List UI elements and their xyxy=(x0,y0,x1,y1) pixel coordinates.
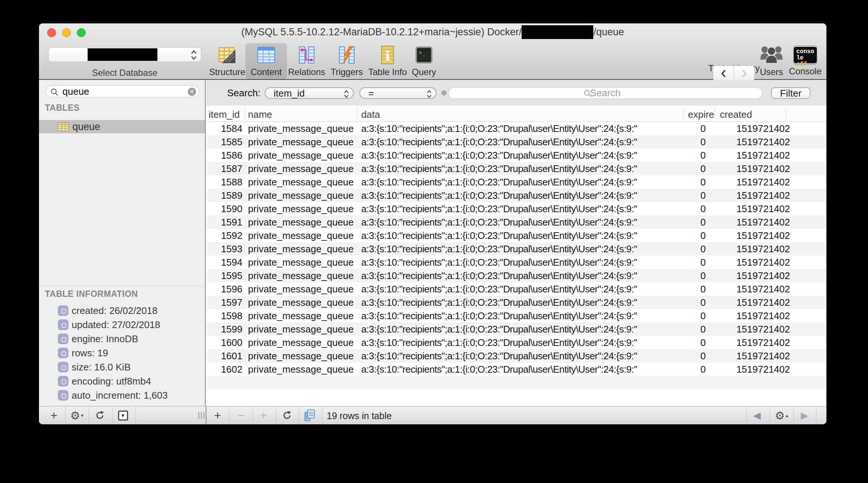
table-row[interactable]: 1601private_message_queuea:3:{s:10:"reci… xyxy=(206,349,826,363)
duplicate-row-button[interactable]: + xyxy=(255,406,272,424)
table-info-item-text: engine: InnoDB xyxy=(72,333,138,345)
next-page-button[interactable]: ▶ xyxy=(796,406,813,424)
sidebar-item-queue[interactable]: queue xyxy=(39,120,205,133)
table-history-segmented-control xyxy=(713,65,755,81)
column-divider[interactable] xyxy=(357,108,357,119)
statusbar-separator xyxy=(322,406,322,424)
column-divider[interactable] xyxy=(683,108,683,119)
cell-data: a:3:{s:10:"recipients";a:1:{i:0;O:23:"Dr… xyxy=(361,150,682,161)
table-filter-input[interactable] xyxy=(62,86,177,97)
info-badge-icon xyxy=(58,320,68,330)
table-row[interactable]: 1600private_message_queuea:3:{s:10:"reci… xyxy=(206,336,826,349)
table-row[interactable]: 1587private_message_queuea:3:{s:10:"reci… xyxy=(206,162,826,175)
tab-query[interactable]: >_ Query xyxy=(403,43,445,80)
zoom-button[interactable] xyxy=(77,28,86,37)
refresh-tables-button[interactable] xyxy=(90,406,110,424)
table-row[interactable]: 1596private_message_queuea:3:{s:10:"reci… xyxy=(206,282,826,296)
table-row[interactable]: 1594private_message_queuea:3:{s:10:"reci… xyxy=(206,256,826,269)
tab-content[interactable]: Content xyxy=(245,43,287,80)
table-information-header: TABLE INFORMATION xyxy=(45,289,138,299)
cell-data: a:3:{s:10:"recipients";a:1:{i:0;O:23:"Dr… xyxy=(361,136,682,148)
table-row[interactable]: 1588private_message_queuea:3:{s:10:"reci… xyxy=(206,175,826,189)
minimize-button[interactable] xyxy=(62,28,71,37)
sidebar-divider xyxy=(39,286,205,286)
tab-table-info[interactable]: i Table Info xyxy=(367,43,408,80)
cell-item_id: 1589 xyxy=(206,190,242,201)
column-header-name[interactable]: name xyxy=(248,109,272,120)
table-info-item: encoding: utf8mb4 xyxy=(39,374,205,388)
column-header-expire[interactable]: expire xyxy=(688,109,714,120)
close-button[interactable] xyxy=(47,28,56,37)
filter-indicator-dot xyxy=(441,90,447,95)
table-row[interactable]: 1592private_message_queuea:3:{s:10:"reci… xyxy=(206,229,826,242)
cell-expire: 0 xyxy=(652,283,706,295)
table-info-item: rows: 19 xyxy=(39,346,205,360)
table-row[interactable]: 1599private_message_queuea:3:{s:10:"reci… xyxy=(206,322,826,336)
table-row[interactable]: 1589private_message_queuea:3:{s:10:"reci… xyxy=(206,189,826,202)
table-row[interactable]: 1586private_message_queuea:3:{s:10:"reci… xyxy=(206,149,826,162)
table-row[interactable]: 1584private_message_queuea:3:{s:10:"reci… xyxy=(206,122,826,135)
delete-row-button[interactable]: − xyxy=(233,406,249,424)
add-table-button[interactable]: + xyxy=(46,406,62,424)
chevron-left-icon xyxy=(720,69,727,78)
statusbar-separator xyxy=(299,406,299,424)
column-header-item_id[interactable]: item_id xyxy=(209,109,240,120)
cell-expire: 0 xyxy=(652,190,706,201)
database-select-dropdown[interactable] xyxy=(48,47,201,62)
cell-created: 1519721402 xyxy=(715,190,790,201)
content-search-input[interactable] xyxy=(448,88,762,98)
cell-name: private_message_queue xyxy=(248,230,356,242)
statusbar-separator xyxy=(229,406,229,424)
sidebar-resize-handle[interactable] xyxy=(198,412,205,419)
table-row[interactable]: 1590private_message_queuea:3:{s:10:"reci… xyxy=(206,202,826,215)
history-forward-button[interactable] xyxy=(734,66,754,81)
clear-search-icon[interactable]: ✕ xyxy=(188,88,196,96)
column-divider[interactable] xyxy=(786,108,786,119)
cell-data: a:3:{s:10:"recipients";a:1:{i:0;O:23:"Dr… xyxy=(361,217,682,228)
table-row[interactable]: 1591private_message_queuea:3:{s:10:"reci… xyxy=(206,215,826,229)
column-divider[interactable] xyxy=(245,108,245,119)
table-row[interactable]: 1585private_message_queuea:3:{s:10:"reci… xyxy=(206,135,826,149)
table-row[interactable]: 1602private_message_queuea:3:{s:10:"reci… xyxy=(206,363,826,376)
table-row[interactable]: 1597private_message_queuea:3:{s:10:"reci… xyxy=(206,296,826,309)
column-divider[interactable] xyxy=(715,108,715,119)
tab-structure[interactable]: Structure xyxy=(206,43,248,80)
info-badge-icon xyxy=(58,376,68,386)
column-header-data[interactable]: data xyxy=(361,109,380,120)
refresh-rows-button[interactable] xyxy=(278,406,296,424)
table-row[interactable]: 1593private_message_queuea:3:{s:10:"reci… xyxy=(206,242,826,256)
console-toggle-button[interactable]: ▼ xyxy=(113,406,133,424)
users-button[interactable]: Users xyxy=(753,43,790,80)
tab-triggers[interactable]: Triggers xyxy=(326,43,368,80)
field-select[interactable]: item_id xyxy=(265,87,354,99)
table-info-item-text: rows: 19 xyxy=(72,347,108,359)
previous-page-button[interactable]: ◀ xyxy=(749,406,765,424)
table-row[interactable]: 1595private_message_queuea:3:{s:10:"reci… xyxy=(206,269,826,282)
history-back-button[interactable] xyxy=(713,66,734,81)
search-icon xyxy=(50,88,59,97)
tables-section-header: TABLES xyxy=(45,103,79,113)
operator-select[interactable]: = xyxy=(359,87,437,99)
add-row-button[interactable]: + xyxy=(209,406,226,424)
cell-item_id: 1585 xyxy=(206,136,242,148)
content-search-field[interactable] xyxy=(448,87,763,99)
tab-relations[interactable]: Relations xyxy=(286,43,327,80)
table-filter-search[interactable]: ✕ xyxy=(46,85,199,97)
edit-row-mode-button[interactable] xyxy=(301,406,319,424)
cell-item_id: 1588 xyxy=(206,176,242,188)
filter-bar: Search: item_id = xyxy=(206,80,826,106)
table-actions-gear-button[interactable]: ⚙▾ xyxy=(67,406,87,424)
cell-item_id: 1586 xyxy=(206,150,242,161)
filter-button[interactable]: Filter xyxy=(771,87,810,99)
console-button[interactable]: conso le off Console xyxy=(787,43,824,80)
cell-created: 1519721402 xyxy=(715,217,790,228)
cell-item_id: 1594 xyxy=(206,257,242,268)
pagination-gear-button[interactable]: ⚙▴ xyxy=(771,406,792,424)
cell-data: a:3:{s:10:"recipients";a:1:{i:0;O:23:"Dr… xyxy=(361,190,682,201)
cell-name: private_message_queue xyxy=(248,176,356,188)
svg-text:>_: >_ xyxy=(419,49,426,56)
table-row[interactable]: 1598private_message_queuea:3:{s:10:"reci… xyxy=(206,309,826,322)
window-title-suffix: /queue xyxy=(593,26,624,38)
cell-data: a:3:{s:10:"recipients";a:1:{i:0;O:23:"Dr… xyxy=(361,310,682,322)
column-header-created[interactable]: created xyxy=(720,109,752,120)
